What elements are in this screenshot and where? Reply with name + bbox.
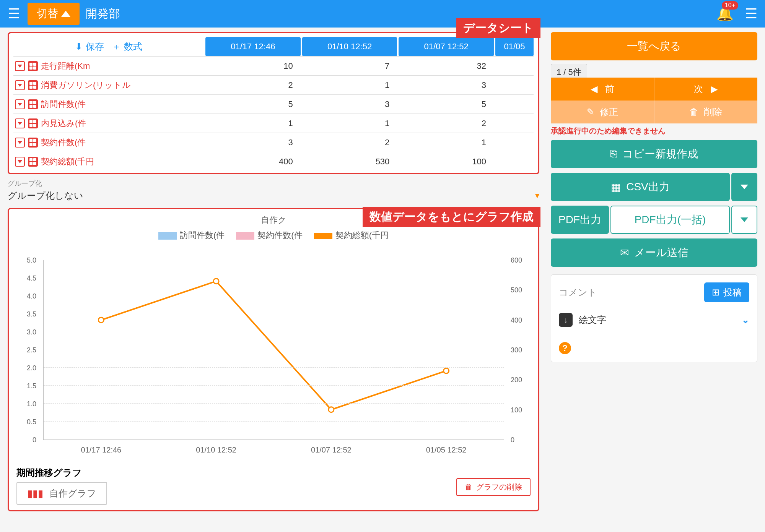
self-graph-button[interactable]: ▮▮▮ 自作グラフ — [16, 482, 107, 505]
table-row: 契約件数(件321 — [13, 133, 534, 152]
app-header: ☰ 切替 開発部 🔔10+ ☰ — [0, 0, 765, 28]
group-section: グループ化 グループ化しない ▾ — [8, 179, 539, 203]
grid-icon[interactable] — [28, 157, 38, 167]
edit-warning-text: 承認進行中のため編集できません — [551, 126, 757, 136]
table-cell[interactable]: 3 — [399, 80, 494, 90]
bar-chart-icon: ▮▮▮ — [27, 488, 43, 500]
help-icon[interactable]: ? — [559, 342, 571, 354]
pager-prev-button[interactable]: ◀ 前 — [551, 78, 654, 101]
csv-export-button[interactable]: ▦ CSV出力 — [551, 173, 730, 201]
switch-label: 切替 — [37, 6, 58, 21]
chevron-right-icon: ▶ — [711, 84, 718, 94]
period-graph-label: 期間推移グラフ — [16, 467, 531, 479]
chevron-down-icon: ⌄ — [742, 315, 749, 325]
svg-point-1 — [213, 279, 219, 284]
pdf-export-button[interactable]: PDF出力 — [551, 206, 609, 234]
mail-send-button[interactable]: ✉ メール送信 — [551, 238, 757, 267]
row-label[interactable]: 訪問件数(件 — [13, 99, 204, 110]
table-cell[interactable]: 2 — [302, 138, 397, 148]
x-category-label: 01/05 12:52 — [408, 446, 485, 454]
notification-bell-icon[interactable]: 🔔10+ — [716, 6, 734, 22]
copy-icon: ⎘ — [610, 148, 617, 160]
chart-title-prefix: 自作ク — [261, 215, 286, 225]
pdf-export-dropdown[interactable] — [731, 206, 757, 234]
table-row: 契約総額(千円400530100 — [13, 152, 534, 171]
plus-box-icon: ⊞ — [712, 287, 719, 298]
row-label[interactable]: 走行距離(Km — [13, 60, 204, 72]
delete-button[interactable]: 🗑 削除 — [654, 101, 758, 123]
emoji-expand-row[interactable]: 絵文字 ⌄ — [559, 313, 749, 327]
data-sheet-card: データシート ⬇ 保存 ＋ 数式 01/17 12:46 01/10 12:52… — [8, 32, 539, 174]
table-row: 消費ガソリン(リットル213 — [13, 75, 534, 94]
pdf-export-bulk-button[interactable]: PDF出力(一括) — [610, 206, 730, 234]
table-cell[interactable]: 7 — [302, 61, 397, 71]
table-cell[interactable]: 1 — [302, 118, 397, 128]
plus-icon: ＋ — [112, 41, 121, 53]
table-cell[interactable]: 10 — [205, 61, 301, 71]
chevron-left-icon: ◀ — [591, 84, 597, 94]
copy-new-button[interactable]: ⎘ コピー新規作成 — [551, 140, 757, 168]
pager-next-button[interactable]: 次 ▶ — [654, 78, 758, 101]
group-select[interactable]: グループ化しない ▾ — [8, 188, 539, 203]
x-category-label: 01/07 12:52 — [293, 446, 369, 454]
dropdown-icon[interactable] — [15, 61, 25, 71]
comment-label: コメント — [559, 286, 597, 298]
table-cell[interactable]: 530 — [302, 157, 397, 167]
grid-icon[interactable] — [28, 99, 38, 109]
dropdown-icon[interactable] — [15, 157, 25, 167]
table-row: 訪問件数(件535 — [13, 94, 534, 114]
menu-icon[interactable]: ☰ — [8, 6, 20, 22]
table-cell[interactable]: 2 — [399, 118, 494, 128]
triangle-icon — [61, 11, 70, 17]
table-cell[interactable]: 32 — [399, 61, 494, 71]
grid-icon[interactable] — [28, 80, 38, 90]
graph-delete-button[interactable]: 🗑 グラフの削除 — [456, 478, 531, 496]
formula-button[interactable]: ＋ 数式 — [112, 41, 142, 53]
chart-card: 数値データをもとにグラフ作成 自作ク 訪問件数(件 契約件数(件 契約総額(千円… — [8, 208, 539, 511]
svg-point-3 — [444, 368, 449, 373]
chart-legend: 訪問件数(件 契約件数(件 契約総額(千円 — [16, 226, 531, 245]
dropdown-icon[interactable] — [15, 118, 25, 128]
table-cell[interactable]: 1 — [399, 138, 494, 148]
table-cell[interactable]: 3 — [205, 138, 301, 148]
table-cell[interactable]: 5 — [399, 99, 494, 109]
row-label[interactable]: 契約件数(件 — [13, 137, 204, 148]
annotation-chart: 数値データをもとにグラフ作成 — [363, 207, 540, 227]
edit-button[interactable]: ✎ 修正 — [551, 101, 654, 123]
column-header-2[interactable]: 01/07 12:52 — [399, 37, 494, 56]
csv-export-dropdown[interactable] — [731, 173, 757, 201]
dropdown-icon[interactable] — [15, 80, 25, 90]
annotation-datasheet: データシート — [456, 18, 540, 38]
dropdown-icon[interactable] — [15, 138, 25, 148]
row-label[interactable]: 契約総額(千円 — [13, 156, 204, 167]
table-cell[interactable]: 1 — [302, 80, 397, 90]
menu-right-icon[interactable]: ☰ — [745, 6, 757, 22]
clipboard-icon — [559, 313, 573, 327]
grid-icon[interactable] — [28, 118, 38, 128]
row-label[interactable]: 消費ガソリン(リットル — [13, 79, 204, 91]
trash-icon: 🗑 — [465, 483, 472, 491]
grid-icon[interactable] — [28, 138, 38, 148]
table-cell[interactable]: 400 — [205, 157, 301, 167]
save-button[interactable]: ⬇ 保存 — [75, 41, 104, 53]
svg-point-0 — [98, 317, 104, 323]
table-cell[interactable]: 2 — [205, 80, 301, 90]
grid-icon[interactable] — [28, 61, 38, 71]
column-header-0[interactable]: 01/17 12:46 — [205, 37, 301, 56]
back-to-list-button[interactable]: 一覧へ戻る — [551, 32, 757, 60]
trash-icon: 🗑 — [689, 107, 698, 117]
column-header-1[interactable]: 01/10 12:52 — [302, 37, 397, 56]
table-cell[interactable]: 5 — [205, 99, 301, 109]
column-header-3[interactable]: 01/05 — [495, 37, 534, 56]
download-icon: ⬇ — [75, 41, 83, 52]
table-cell[interactable]: 1 — [205, 118, 301, 128]
row-label[interactable]: 内見込み(件 — [13, 118, 204, 129]
svg-point-2 — [329, 407, 334, 412]
table-cell[interactable]: 3 — [302, 99, 397, 109]
table-row: 走行距離(Km10732 — [13, 56, 534, 75]
notification-badge: 10+ — [722, 1, 738, 10]
dropdown-icon[interactable] — [15, 99, 25, 109]
switch-button[interactable]: 切替 — [28, 3, 80, 25]
post-comment-button[interactable]: ⊞ 投稿 — [704, 282, 749, 302]
table-cell[interactable]: 100 — [399, 157, 494, 167]
